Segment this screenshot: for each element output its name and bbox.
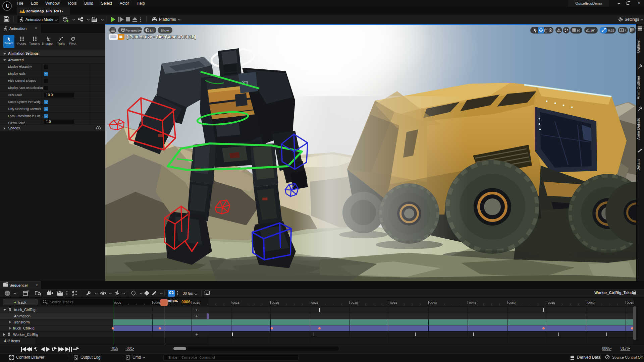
svg-text:10: 10 [577, 28, 580, 32]
svg-text:10°: 10° [590, 28, 595, 32]
svg-text:0.25: 0.25 [608, 28, 614, 32]
svg-text:4: 4 [625, 28, 626, 32]
svg-text:Show: Show [161, 28, 169, 32]
svg-text:[ Pilot Active - CineCameraAct: [ Pilot Active - CineCameraActor1 ] [127, 35, 196, 39]
svg-text:Perspective: Perspective [125, 28, 143, 32]
svg-text:Lit: Lit [150, 28, 154, 32]
